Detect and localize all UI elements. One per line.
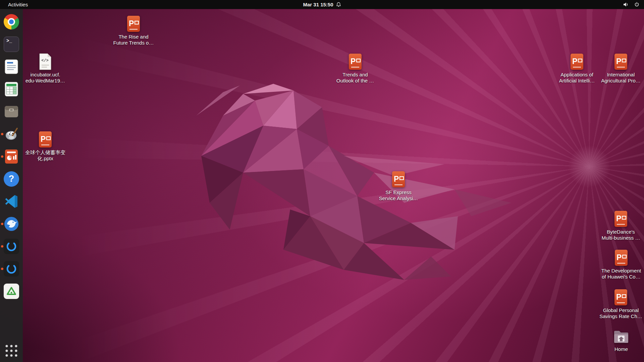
file-label: InternationalAgricultural Pro…: [601, 72, 641, 84]
running-indicator: [1, 267, 3, 270]
notification-bell-icon: [336, 2, 341, 7]
activities-button[interactable]: Activities: [4, 1, 32, 8]
dock-item-thunderbird[interactable]: [0, 213, 23, 235]
file-label: Trends andOutlook of the …: [336, 72, 374, 84]
dock-item-loading-app-2[interactable]: [0, 257, 23, 280]
show-applications-button[interactable]: [6, 345, 17, 357]
dock-item-loading-app-1[interactable]: [0, 235, 23, 257]
clock-menu[interactable]: Mar 31 15:50: [303, 2, 341, 7]
running-indicator: [1, 155, 3, 158]
spreadsheet-icon: [4, 81, 19, 97]
desktop-file-huawei[interactable]: The Developmentof Huawei's Co…: [594, 249, 644, 280]
power-icon[interactable]: [634, 2, 639, 7]
running-indicator: [1, 223, 3, 225]
pptx-file-icon: [38, 130, 53, 148]
desktop-screen: P </> Activities Mar 31 15:5: [0, 0, 644, 362]
dock-item-gimp[interactable]: [0, 123, 23, 145]
help-icon: ?: [4, 171, 19, 187]
clock-label: Mar 31 15:50: [303, 2, 333, 7]
file-label: Global PersonalSavings Rate Ch…: [599, 307, 642, 319]
impress-icon: [4, 149, 19, 164]
desktop-file-bytedance[interactable]: ByteDance'sMulti-business …: [593, 210, 644, 241]
dock-item-archive-manager[interactable]: [0, 100, 23, 123]
desktop-file-sf-express[interactable]: SF ExpressService Analysi…: [371, 170, 426, 201]
desktop-file-trends-outlook[interactable]: Trends andOutlook of the …: [328, 53, 383, 84]
file-label: ByteDance'sMulti-business …: [601, 229, 640, 241]
file-label: The Rise andFuture Trends o…: [113, 34, 154, 46]
file-label: incubator.ucf.edu-WedMar19…: [25, 72, 65, 84]
text-document-icon: [4, 59, 19, 74]
dock: >_: [0, 9, 23, 362]
dock-item-spreadsheet[interactable]: [0, 78, 23, 100]
pptx-file-icon: [613, 210, 629, 228]
dock-item-vscode[interactable]: [0, 190, 23, 213]
vscode-icon: [4, 194, 19, 209]
desktop-file-the-rise[interactable]: The Rise andFuture Trends o…: [106, 15, 161, 46]
recycle-icon: [4, 284, 19, 299]
pptx-file-icon: [347, 53, 363, 71]
pptx-file-icon: [391, 170, 406, 188]
chrome-icon: [4, 14, 19, 29]
dock-item-impress[interactable]: [0, 145, 23, 168]
code-file-icon: [38, 53, 53, 71]
volume-icon[interactable]: [623, 2, 629, 7]
thunderbird-icon: [4, 216, 19, 232]
dock-item-terminal[interactable]: >_: [0, 33, 23, 55]
dock-item-chrome[interactable]: [0, 10, 23, 33]
pptx-file-icon: [613, 249, 629, 267]
system-status-area: [623, 0, 641, 9]
archive-manager-icon: [4, 104, 19, 119]
desktop-file-incubator[interactable]: incubator.ucf.edu-WedMar19…: [18, 53, 73, 84]
desktop-file-global-savings-cn[interactable]: 全球个人储蓄率变化.pptx: [18, 130, 73, 162]
desktop-file-international-agricultural[interactable]: InternationalAgricultural Pro…: [593, 53, 644, 84]
pptx-file-icon: [569, 53, 585, 71]
gimp-icon: [4, 126, 19, 142]
dock-item-help[interactable]: ?: [0, 168, 23, 190]
running-indicator: [1, 245, 3, 247]
loading-app-icon: [4, 261, 19, 277]
file-label: Applications ofArtificial Intelli…: [559, 72, 595, 84]
desktop-file-global-savings-en[interactable]: Global PersonalSavings Rate Ch…: [593, 288, 644, 319]
loading-app-icon: [4, 239, 19, 254]
dock-item-software[interactable]: [0, 280, 23, 302]
running-indicator: [1, 133, 3, 135]
home-folder-icon: [612, 327, 630, 345]
pptx-file-icon: [613, 288, 629, 306]
file-label: The Developmentof Huawei's Co…: [601, 268, 641, 280]
top-bar: Activities Mar 31 15:50: [0, 0, 644, 9]
dock-item-text-document[interactable]: [0, 55, 23, 78]
pptx-file-icon: [126, 15, 141, 33]
file-label: 全球个人储蓄率变化.pptx: [25, 149, 65, 162]
pptx-file-icon: [613, 53, 629, 71]
file-label: Home: [614, 346, 628, 352]
terminal-icon: >_: [4, 37, 19, 52]
wallpaper-light-rays: [0, 0, 644, 362]
desktop-folder-home[interactable]: Home: [594, 327, 644, 352]
file-label: SF ExpressService Analysi…: [379, 189, 418, 201]
